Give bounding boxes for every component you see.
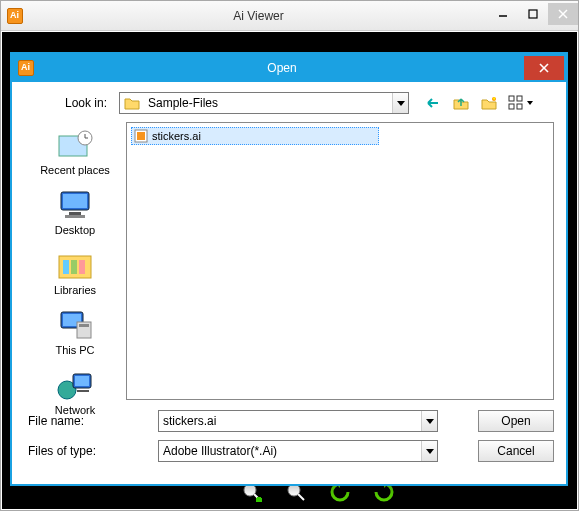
filetype-label: Files of type: xyxy=(24,444,130,458)
file-list[interactable]: stickers.ai xyxy=(126,122,554,400)
look-in-value: Sample-Files xyxy=(144,96,392,110)
cancel-button[interactable]: Cancel xyxy=(478,440,554,462)
place-this-pc[interactable]: This PC xyxy=(33,304,117,360)
svg-rect-34 xyxy=(77,390,89,392)
svg-rect-21 xyxy=(69,212,81,215)
look-in-row: Look in: Sample-Files xyxy=(24,92,554,114)
places-bar: Recent places Desktop Libraries This PC … xyxy=(24,122,126,400)
libraries-icon xyxy=(55,248,95,282)
chevron-down-icon[interactable] xyxy=(421,411,437,431)
filename-label: File name: xyxy=(24,414,130,428)
filename-row: File name: stickers.ai Open xyxy=(24,410,554,432)
svg-rect-15 xyxy=(509,104,514,109)
svg-rect-36 xyxy=(137,132,145,140)
dialog-body: Look in: Sample-Files xyxy=(12,82,566,484)
filename-value: stickers.ai xyxy=(159,414,421,428)
svg-rect-16 xyxy=(517,104,522,109)
close-button[interactable] xyxy=(548,3,578,25)
this-pc-icon xyxy=(55,308,95,342)
svg-rect-22 xyxy=(65,215,85,218)
file-item[interactable]: stickers.ai xyxy=(131,127,379,145)
app-icon xyxy=(7,8,23,24)
dialog-titlebar: Open xyxy=(12,54,566,82)
network-icon xyxy=(55,368,95,402)
open-button[interactable]: Open xyxy=(478,410,554,432)
dialog-close-button[interactable] xyxy=(524,56,564,80)
ai-file-icon xyxy=(134,129,148,143)
chevron-down-icon[interactable] xyxy=(421,441,437,461)
view-grid-icon xyxy=(507,94,525,112)
open-dialog: Open Look in: Sample-Files xyxy=(10,52,568,486)
svg-rect-25 xyxy=(71,260,77,274)
new-folder-icon[interactable] xyxy=(479,93,499,113)
place-label: Libraries xyxy=(54,284,96,296)
filename-combo[interactable]: stickers.ai xyxy=(158,410,438,432)
maximize-button[interactable] xyxy=(518,3,548,25)
place-network[interactable]: Network xyxy=(33,364,117,420)
svg-rect-24 xyxy=(63,260,69,274)
svg-rect-30 xyxy=(79,324,89,327)
look-in-label: Look in: xyxy=(24,96,119,110)
filetype-row: Files of type: Adobe Illustrator(*.Ai) C… xyxy=(24,440,554,462)
nav-icons xyxy=(423,93,535,113)
view-menu[interactable] xyxy=(507,94,535,112)
chevron-down-icon[interactable] xyxy=(392,93,408,113)
window-buttons xyxy=(488,7,578,25)
svg-rect-26 xyxy=(79,260,85,274)
svg-rect-1 xyxy=(529,10,537,18)
file-name: stickers.ai xyxy=(152,130,201,142)
svg-line-9 xyxy=(298,494,304,500)
place-label: This PC xyxy=(55,344,94,356)
main-titlebar: Ai Viewer xyxy=(1,1,578,31)
place-label: Desktop xyxy=(55,224,95,236)
filetype-combo[interactable]: Adobe Illustrator(*.Ai) xyxy=(158,440,438,462)
place-recent[interactable]: Recent places xyxy=(33,124,117,180)
dialog-content: Recent places Desktop Libraries This PC … xyxy=(24,122,554,400)
back-icon[interactable] xyxy=(423,93,443,113)
dialog-bottom: File name: stickers.ai Open Files of typ… xyxy=(24,410,554,462)
svg-rect-14 xyxy=(517,96,522,101)
place-libraries[interactable]: Libraries xyxy=(33,244,117,300)
up-folder-icon[interactable] xyxy=(451,93,471,113)
desktop-icon xyxy=(55,188,95,222)
recent-places-icon xyxy=(55,128,95,162)
filetype-value: Adobe Illustrator(*.Ai) xyxy=(159,444,421,458)
minimize-button[interactable] xyxy=(488,3,518,25)
svg-rect-33 xyxy=(75,376,89,386)
place-desktop[interactable]: Desktop xyxy=(33,184,117,240)
place-label: Recent places xyxy=(40,164,110,176)
svg-rect-13 xyxy=(509,96,514,101)
main-title: Ai Viewer xyxy=(29,9,488,23)
dialog-app-icon xyxy=(18,60,34,76)
svg-rect-20 xyxy=(63,194,87,208)
folder-icon xyxy=(124,95,140,111)
chevron-down-icon xyxy=(525,94,535,112)
dialog-title: Open xyxy=(40,61,524,75)
look-in-combo[interactable]: Sample-Files xyxy=(119,92,409,114)
